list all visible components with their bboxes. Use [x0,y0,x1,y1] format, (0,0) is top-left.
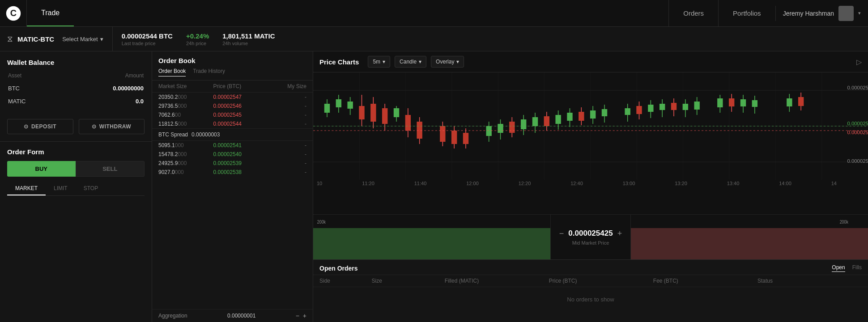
svg-rect-45 [509,122,515,133]
ask-mysize: - [268,121,306,127]
pair-name: MATIC-BTC [17,35,54,43]
market-pair: ⧖ MATIC-BTC Select Market ▾ [7,27,113,51]
mid-price-plus[interactable]: + [617,229,622,238]
wallet-section: Wallet Balance Asset Amount BTC 0.000000… [0,51,152,142]
order-type-market[interactable]: MARKET [7,182,46,195]
volume-label: 24h volume [222,41,275,46]
ob-aggregation: Aggregation 0.00000001 − + [152,309,313,322]
chevron-down-icon: ▾ [456,59,459,65]
svg-rect-65 [636,106,642,114]
ask-price: 0.00002547 [213,94,268,100]
svg-text:C: C [10,8,16,18]
chart-expand-icon[interactable]: ▷ [856,58,862,66]
svg-rect-19 [336,99,341,107]
svg-rect-49 [532,117,538,126]
svg-rect-47 [521,119,526,129]
svg-rect-59 [590,110,596,119]
svg-rect-41 [486,126,491,136]
oo-tab-open[interactable]: Open [832,264,845,272]
ob-tab-book[interactable]: Order Book [158,68,186,76]
oo-tab-fills[interactable]: Fills [852,264,862,272]
svg-text:200k: 200k [840,219,848,225]
svg-rect-81 [740,99,746,106]
svg-rect-39 [463,133,468,144]
svg-rect-29 [394,108,399,117]
ask-size: 7062.600 [158,112,213,118]
wallet-title: Wallet Balance [7,59,145,66]
svg-text:0.00002544: 0.00002544 [847,121,868,126]
nav-tab-portfolios[interactable]: Portfolios [718,0,775,26]
svg-rect-77 [717,98,723,107]
oo-col-headers: Side Size Filled (MATIC) Price (BTC) Fee… [313,275,868,287]
col-size: Size [372,278,445,284]
sell-tab[interactable]: SELL [76,161,145,177]
chart-control-overlay[interactable]: Overlay ▾ [431,56,464,68]
username: Jeremy Harshman [783,10,834,17]
svg-rect-71 [671,103,677,110]
last-trade-label: Last trade price [122,41,173,46]
agg-plus-button[interactable]: + [303,312,306,319]
ob-col-headers: Market Size Price (BTC) My Size [152,80,313,93]
volume-chart-left: 200k [313,215,550,259]
list-item: 9027.0000 0.00002538 - [152,168,313,177]
svg-rect-51 [544,116,549,126]
agg-minus-button[interactable]: − [296,312,299,319]
ob-tab-history[interactable]: Trade History [193,68,225,76]
chevron-down-icon: ▾ [858,10,861,16]
ask-price: 0.00002544 [213,121,268,127]
spread-label: BTC Spread [158,131,188,138]
chart-control-5m[interactable]: 5m ▾ [368,56,390,68]
order-type-tabs: MARKET LIMIT STOP [7,182,145,196]
chevron-down-icon: ▾ [419,59,421,65]
buy-tab[interactable]: BUY [7,161,76,177]
mid-price-minus[interactable]: − [559,229,564,238]
svg-rect-37 [451,131,457,144]
left-panel: Wallet Balance Asset Amount BTC 0.000000… [0,51,152,322]
svg-rect-69 [660,104,665,110]
ask-size: 20350.2000 [158,94,213,100]
bid-mysize: - [268,169,306,175]
list-item: 7062.600 0.00002545 - [152,110,313,119]
svg-rect-85 [787,98,792,106]
aggregation-value: 0.00000001 [227,313,255,319]
aggregation-label: Aggregation [158,313,187,319]
svg-rect-94 [313,228,550,259]
deposit-button[interactable]: ⊙ DEPOSIT [7,119,73,134]
center-panel: Order Book Order Book Trade History Mark… [152,51,313,322]
user-section[interactable]: Jeremy Harshman ▾ [775,6,868,21]
bid-price: 0.00002541 [213,142,268,148]
bids-list: 5095.1000 0.00002541 - 15478.2000 0.0000… [152,141,313,177]
select-market-button[interactable]: Select Market ▾ [62,36,103,42]
market-stat-price: 0.00002544 BTC Last trade price [122,32,186,46]
wallet-actions: ⊙ DEPOSIT ⊙ WITHDRAW [7,114,145,141]
svg-rect-57 [579,112,584,121]
svg-rect-53 [555,115,561,124]
nav-tab-trade[interactable]: Trade [27,0,74,26]
chart-control-candle[interactable]: Candle ▾ [395,56,426,68]
mid-price-section: − 0.000025425 + Mid Market Price [550,215,631,259]
asset-table: Asset Amount BTC 0.00000000 MATIC 0.0 [7,72,145,108]
svg-rect-31 [405,115,411,131]
col-price: Price (BTC) [213,83,268,89]
list-item: 29736.5000 0.00002546 - [152,102,313,110]
order-type-limit[interactable]: LIMIT [46,182,76,195]
svg-text:0.00002541: 0.00002541 [847,130,868,135]
order-type-stop[interactable]: STOP [76,182,106,195]
candlestick-chart: 0.00002555 0.00002544 0.00002541 0.00002… [313,72,868,180]
ask-mysize: - [268,103,306,109]
withdraw-button[interactable]: ⊙ WITHDRAW [79,119,145,134]
list-item: 5095.1000 0.00002541 - [152,141,313,150]
coinbase-logo: C [5,5,21,21]
svg-text:0.00002533: 0.00002533 [847,158,868,164]
ask-price: 0.00002546 [213,103,268,109]
last-trade-price: 0.00002544 BTC [122,32,173,40]
svg-rect-75 [694,102,699,110]
open-orders-title: Open Orders [319,265,358,272]
nav-tab-orders[interactable]: Orders [668,0,718,26]
chart-title: Price Charts [319,58,359,66]
svg-rect-21 [347,102,353,109]
spread-value: 0.00000003 [191,131,220,138]
time-labels: 10 11:20 11:40 12:00 12:20 12:40 13:00 1… [313,180,868,188]
oo-header: Open Orders Open Fills [313,260,868,275]
col-my-size: My Size [268,83,306,89]
